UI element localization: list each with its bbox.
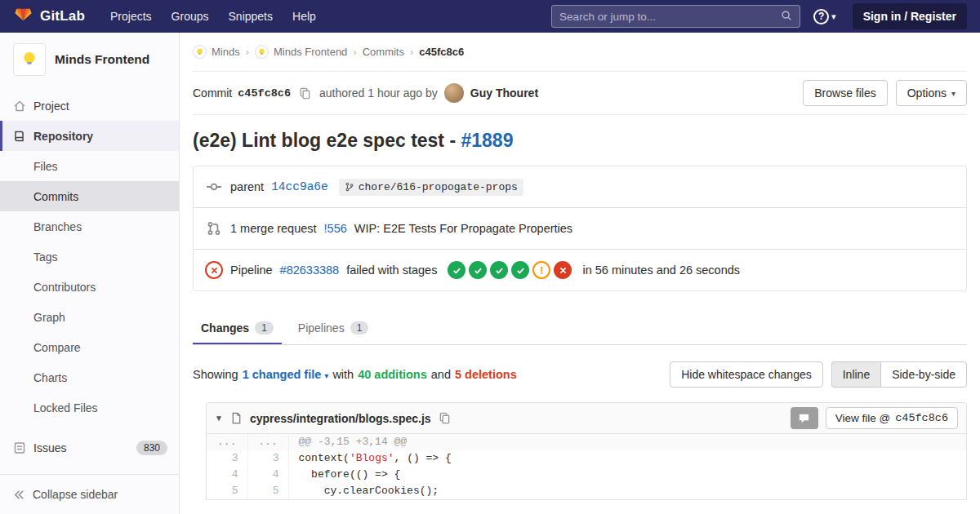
help-dropdown[interactable]: ? ▾ [813,9,836,24]
view-file-sha: c45fc8c6 [895,412,948,424]
parent-sha-link[interactable]: 14cc9a6e [271,180,328,193]
pipeline-label: Pipeline [230,264,273,277]
nav-groups[interactable]: Groups [163,5,218,28]
sidebar-item-locked-files[interactable]: Locked Files [0,392,179,423]
parent-row: parent 14cc9a6e chore/616-propogate-prop… [194,166,966,207]
file-actions: View file @ c45fc8c6 [791,407,958,429]
search-input[interactable] [559,11,781,23]
breadcrumb-minds-frontend[interactable]: Minds Frontend [255,45,347,59]
breadcrumb: Minds › Minds Frontend › Commits › c45fc… [193,33,967,72]
old-line-number[interactable]: 3 [207,450,247,467]
diff-hunk-row: ... ... @@ -3,15 +3,14 @@ [207,434,966,450]
code-line: cy.clearCookies(); [288,483,966,499]
changes-count-badge: 1 [255,321,274,335]
old-line-number[interactable]: 4 [207,467,247,483]
copy-sha-button[interactable] [299,87,311,100]
toggle-comments-button[interactable] [791,407,818,429]
breadcrumb-separator: › [410,46,413,58]
diff-line-row: 3 3 context('Blogs', () => { [207,450,966,467]
breadcrumb-separator: › [353,46,356,58]
stage-success-icon[interactable] [490,261,508,279]
sidebar-nav: Project Repository Files Commits Branche… [0,86,179,474]
commit-sha: c45fc8c6 [238,87,291,100]
copy-path-button[interactable] [439,412,451,424]
stage-success-icon[interactable] [511,261,529,279]
collapse-sidebar-button[interactable]: Collapse sidebar [0,474,179,514]
mr-ref-link[interactable]: !556 [324,222,347,235]
book-icon [13,130,26,143]
breadcrumb-separator: › [246,46,249,58]
stage-warning-icon[interactable]: ! [532,261,550,279]
nav-projects[interactable]: Projects [101,5,161,28]
chevron-down-icon: ▾ [324,371,328,380]
branch-ref-chip[interactable]: chore/616-propogate-props [339,179,523,196]
minds-avatar [193,45,207,59]
author-name[interactable]: Guy Thouret [470,86,538,100]
sidebar-item-charts[interactable]: Charts [0,362,179,392]
changed-files-dropdown[interactable]: 1 changed file ▾ [243,368,329,381]
stage-failed-icon[interactable] [554,261,572,279]
file-path[interactable]: cypress/integration/blogs.spec.js [250,412,431,425]
pipeline-id-link[interactable]: #82633388 [280,264,340,277]
breadcrumb-minds[interactable]: Minds [193,45,240,59]
stage-success-icon[interactable] [469,261,487,279]
top-navbar: GitLab Projects Groups Snippets Help ? ▾… [0,0,980,33]
side-by-side-view-button[interactable]: Side-by-side [880,361,967,388]
new-line-number[interactable]: 4 [247,467,288,483]
tanuki-icon [13,5,33,28]
mr-count: 1 merge request [230,222,317,235]
file-icon [230,412,243,424]
hide-whitespace-button[interactable]: Hide whitespace changes [670,361,823,388]
search-icon [781,10,792,24]
issue-link[interactable]: #1889 [461,130,513,151]
collapse-file-caret-icon[interactable]: ▼ [215,414,223,423]
nav-help[interactable]: Help [283,5,325,28]
sidebar-item-branches[interactable]: Branches [0,211,179,241]
diff-view-controls: Hide whitespace changes Inline Side-by-s… [670,361,967,388]
sidebar-item-graph[interactable]: Graph [0,302,179,332]
global-search[interactable] [551,5,800,28]
sign-in-register-button[interactable]: Sign in / Register [853,3,967,29]
tab-changes[interactable]: Changes 1 [193,312,282,344]
browse-files-button[interactable]: Browse files [803,80,887,106]
commit-tabs: Changes 1 Pipelines 1 [193,312,967,345]
pipeline-status-text: failed with stages [346,264,437,277]
pipeline-failed-icon[interactable] [205,261,223,279]
mr-title: WIP: E2E Tests For Propagate Properties [354,222,572,235]
additions-count: 40 additions [358,368,427,381]
sidebar-item-repository[interactable]: Repository [0,121,179,151]
diff-line-row: 5 5 cy.clearCookies(); [207,483,966,499]
sidebar-item-files[interactable]: Files [0,151,179,181]
commit-meta-bar: Commit c45fc8c6 authored 1 hour ago by G… [193,72,967,115]
gitlab-logo[interactable]: GitLab [13,5,85,28]
sidebar-item-tags[interactable]: Tags [0,241,179,272]
diff-file: ▼ cypress/integration/blogs.spec.js View… [206,402,967,500]
author-avatar[interactable] [444,83,464,103]
parent-label: parent [230,180,264,193]
view-file-button[interactable]: View file @ c45fc8c6 [826,407,958,429]
diff-table: ... ... @@ -3,15 +3,14 @@ 3 3 context('B… [207,434,966,499]
sidebar-item-compare[interactable]: Compare [0,332,179,362]
new-line-number[interactable]: 5 [247,483,288,499]
breadcrumb-commits[interactable]: Commits [363,46,404,58]
project-header[interactable]: Minds Frontend [0,33,179,86]
issues-icon [13,441,26,454]
comment-bubble-icon [798,412,810,424]
sidebar-item-issues[interactable]: Issues 830 [0,432,179,463]
sidebar-item-label: Issues [33,441,66,454]
sidebar-item-commits[interactable]: Commits [0,181,179,211]
collapse-sidebar-label: Collapse sidebar [33,488,118,501]
commit-info-box: parent 14cc9a6e chore/616-propogate-prop… [193,166,967,291]
tab-pipelines[interactable]: Pipelines 1 [290,312,377,344]
new-line-number[interactable]: 3 [247,450,288,467]
copy-icon [299,87,311,100]
project-avatar [13,43,46,76]
sidebar-item-project[interactable]: Project [0,91,179,121]
stage-success-icon[interactable] [448,261,466,279]
old-line-number[interactable]: 5 [207,483,247,499]
merge-request-icon [205,219,223,237]
inline-view-button[interactable]: Inline [831,361,880,388]
options-button[interactable]: Options ▾ [896,80,967,106]
nav-snippets[interactable]: Snippets [220,5,282,28]
sidebar-item-contributors[interactable]: Contributors [0,272,179,302]
